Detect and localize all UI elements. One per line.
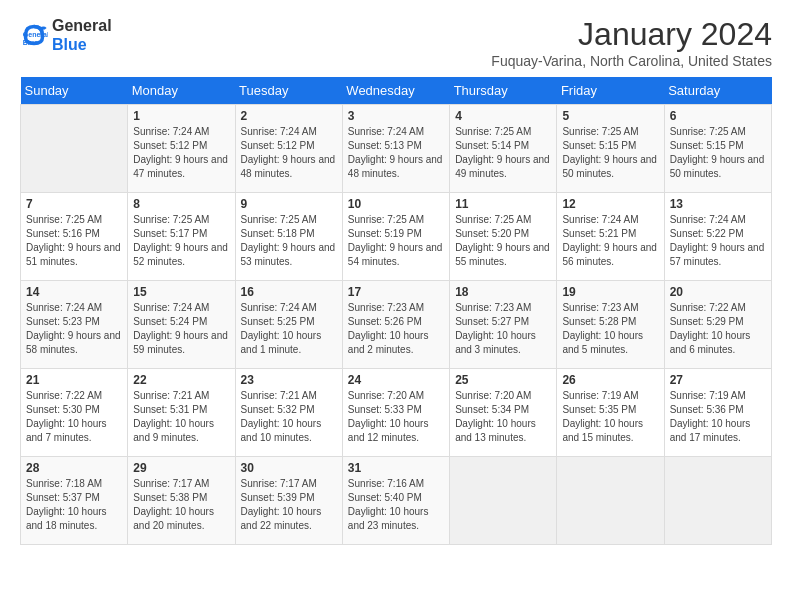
- day-number: 16: [241, 285, 337, 299]
- sunrise-text: Sunrise: 7:23 AM: [348, 302, 424, 313]
- calendar-week-row: 21 Sunrise: 7:22 AM Sunset: 5:30 PM Dayl…: [21, 369, 772, 457]
- calendar-cell: 7 Sunrise: 7:25 AM Sunset: 5:16 PM Dayli…: [21, 193, 128, 281]
- sunset-text: Sunset: 5:29 PM: [670, 316, 744, 327]
- day-info: Sunrise: 7:25 AM Sunset: 5:15 PM Dayligh…: [670, 125, 766, 181]
- sunrise-text: Sunrise: 7:24 AM: [348, 126, 424, 137]
- day-number: 4: [455, 109, 551, 123]
- day-number: 18: [455, 285, 551, 299]
- sunrise-text: Sunrise: 7:24 AM: [133, 126, 209, 137]
- calendar-cell: [664, 457, 771, 545]
- calendar-cell: 11 Sunrise: 7:25 AM Sunset: 5:20 PM Dayl…: [450, 193, 557, 281]
- day-info: Sunrise: 7:25 AM Sunset: 5:17 PM Dayligh…: [133, 213, 229, 269]
- calendar-cell: 10 Sunrise: 7:25 AM Sunset: 5:19 PM Dayl…: [342, 193, 449, 281]
- calendar-week-row: 14 Sunrise: 7:24 AM Sunset: 5:23 PM Dayl…: [21, 281, 772, 369]
- day-number: 1: [133, 109, 229, 123]
- sunrise-text: Sunrise: 7:25 AM: [455, 214, 531, 225]
- logo-text-blue: Blue: [52, 35, 112, 54]
- sunrise-text: Sunrise: 7:17 AM: [241, 478, 317, 489]
- day-info: Sunrise: 7:24 AM Sunset: 5:13 PM Dayligh…: [348, 125, 444, 181]
- day-number: 3: [348, 109, 444, 123]
- sunset-text: Sunset: 5:31 PM: [133, 404, 207, 415]
- calendar-cell: 31 Sunrise: 7:16 AM Sunset: 5:40 PM Dayl…: [342, 457, 449, 545]
- day-info: Sunrise: 7:23 AM Sunset: 5:28 PM Dayligh…: [562, 301, 658, 357]
- calendar-cell: 12 Sunrise: 7:24 AM Sunset: 5:21 PM Dayl…: [557, 193, 664, 281]
- sunset-text: Sunset: 5:22 PM: [670, 228, 744, 239]
- daylight-text: Daylight: 9 hours and 53 minutes.: [241, 242, 336, 267]
- daylight-text: Daylight: 10 hours and 18 minutes.: [26, 506, 107, 531]
- weekday-header-monday: Monday: [128, 77, 235, 105]
- day-number: 19: [562, 285, 658, 299]
- calendar-cell: 27 Sunrise: 7:19 AM Sunset: 5:36 PM Dayl…: [664, 369, 771, 457]
- day-info: Sunrise: 7:20 AM Sunset: 5:34 PM Dayligh…: [455, 389, 551, 445]
- calendar-cell: 1 Sunrise: 7:24 AM Sunset: 5:12 PM Dayli…: [128, 105, 235, 193]
- sunset-text: Sunset: 5:18 PM: [241, 228, 315, 239]
- daylight-text: Daylight: 9 hours and 49 minutes.: [455, 154, 550, 179]
- calendar-cell: 4 Sunrise: 7:25 AM Sunset: 5:14 PM Dayli…: [450, 105, 557, 193]
- sunrise-text: Sunrise: 7:24 AM: [26, 302, 102, 313]
- daylight-text: Daylight: 10 hours and 15 minutes.: [562, 418, 643, 443]
- logo-text-general: General: [52, 16, 112, 35]
- daylight-text: Daylight: 10 hours and 9 minutes.: [133, 418, 214, 443]
- day-number: 26: [562, 373, 658, 387]
- calendar-cell: 16 Sunrise: 7:24 AM Sunset: 5:25 PM Dayl…: [235, 281, 342, 369]
- svg-text:Blue: Blue: [23, 39, 38, 46]
- sunrise-text: Sunrise: 7:22 AM: [670, 302, 746, 313]
- day-info: Sunrise: 7:16 AM Sunset: 5:40 PM Dayligh…: [348, 477, 444, 533]
- day-info: Sunrise: 7:24 AM Sunset: 5:12 PM Dayligh…: [133, 125, 229, 181]
- day-info: Sunrise: 7:24 AM Sunset: 5:22 PM Dayligh…: [670, 213, 766, 269]
- calendar-cell: [557, 457, 664, 545]
- sunrise-text: Sunrise: 7:20 AM: [348, 390, 424, 401]
- day-info: Sunrise: 7:25 AM Sunset: 5:15 PM Dayligh…: [562, 125, 658, 181]
- month-title: January 2024: [491, 16, 772, 53]
- sunset-text: Sunset: 5:15 PM: [670, 140, 744, 151]
- day-info: Sunrise: 7:22 AM Sunset: 5:30 PM Dayligh…: [26, 389, 122, 445]
- day-info: Sunrise: 7:24 AM Sunset: 5:21 PM Dayligh…: [562, 213, 658, 269]
- sunset-text: Sunset: 5:20 PM: [455, 228, 529, 239]
- calendar-cell: 21 Sunrise: 7:22 AM Sunset: 5:30 PM Dayl…: [21, 369, 128, 457]
- daylight-text: Daylight: 10 hours and 12 minutes.: [348, 418, 429, 443]
- day-number: 21: [26, 373, 122, 387]
- sunset-text: Sunset: 5:40 PM: [348, 492, 422, 503]
- calendar-cell: 25 Sunrise: 7:20 AM Sunset: 5:34 PM Dayl…: [450, 369, 557, 457]
- sunset-text: Sunset: 5:17 PM: [133, 228, 207, 239]
- day-number: 14: [26, 285, 122, 299]
- daylight-text: Daylight: 9 hours and 56 minutes.: [562, 242, 657, 267]
- sunset-text: Sunset: 5:12 PM: [133, 140, 207, 151]
- daylight-text: Daylight: 9 hours and 51 minutes.: [26, 242, 121, 267]
- daylight-text: Daylight: 10 hours and 10 minutes.: [241, 418, 322, 443]
- sunrise-text: Sunrise: 7:23 AM: [562, 302, 638, 313]
- daylight-text: Daylight: 9 hours and 54 minutes.: [348, 242, 443, 267]
- day-info: Sunrise: 7:22 AM Sunset: 5:29 PM Dayligh…: [670, 301, 766, 357]
- calendar-cell: 22 Sunrise: 7:21 AM Sunset: 5:31 PM Dayl…: [128, 369, 235, 457]
- day-info: Sunrise: 7:25 AM Sunset: 5:20 PM Dayligh…: [455, 213, 551, 269]
- sunrise-text: Sunrise: 7:24 AM: [241, 126, 317, 137]
- day-number: 8: [133, 197, 229, 211]
- sunset-text: Sunset: 5:33 PM: [348, 404, 422, 415]
- daylight-text: Daylight: 10 hours and 22 minutes.: [241, 506, 322, 531]
- sunrise-text: Sunrise: 7:25 AM: [133, 214, 209, 225]
- sunset-text: Sunset: 5:14 PM: [455, 140, 529, 151]
- day-info: Sunrise: 7:17 AM Sunset: 5:39 PM Dayligh…: [241, 477, 337, 533]
- sunset-text: Sunset: 5:28 PM: [562, 316, 636, 327]
- day-info: Sunrise: 7:21 AM Sunset: 5:32 PM Dayligh…: [241, 389, 337, 445]
- sunrise-text: Sunrise: 7:21 AM: [133, 390, 209, 401]
- calendar-table: SundayMondayTuesdayWednesdayThursdayFrid…: [20, 77, 772, 545]
- sunset-text: Sunset: 5:32 PM: [241, 404, 315, 415]
- day-number: 2: [241, 109, 337, 123]
- calendar-cell: 30 Sunrise: 7:17 AM Sunset: 5:39 PM Dayl…: [235, 457, 342, 545]
- weekday-header-saturday: Saturday: [664, 77, 771, 105]
- day-number: 29: [133, 461, 229, 475]
- weekday-header-wednesday: Wednesday: [342, 77, 449, 105]
- sunset-text: Sunset: 5:19 PM: [348, 228, 422, 239]
- calendar-cell: 23 Sunrise: 7:21 AM Sunset: 5:32 PM Dayl…: [235, 369, 342, 457]
- sunrise-text: Sunrise: 7:17 AM: [133, 478, 209, 489]
- calendar-cell: 20 Sunrise: 7:22 AM Sunset: 5:29 PM Dayl…: [664, 281, 771, 369]
- daylight-text: Daylight: 10 hours and 7 minutes.: [26, 418, 107, 443]
- daylight-text: Daylight: 10 hours and 2 minutes.: [348, 330, 429, 355]
- sunset-text: Sunset: 5:30 PM: [26, 404, 100, 415]
- daylight-text: Daylight: 9 hours and 55 minutes.: [455, 242, 550, 267]
- calendar-cell: 17 Sunrise: 7:23 AM Sunset: 5:26 PM Dayl…: [342, 281, 449, 369]
- sunrise-text: Sunrise: 7:25 AM: [562, 126, 638, 137]
- sunset-text: Sunset: 5:12 PM: [241, 140, 315, 151]
- sunrise-text: Sunrise: 7:25 AM: [241, 214, 317, 225]
